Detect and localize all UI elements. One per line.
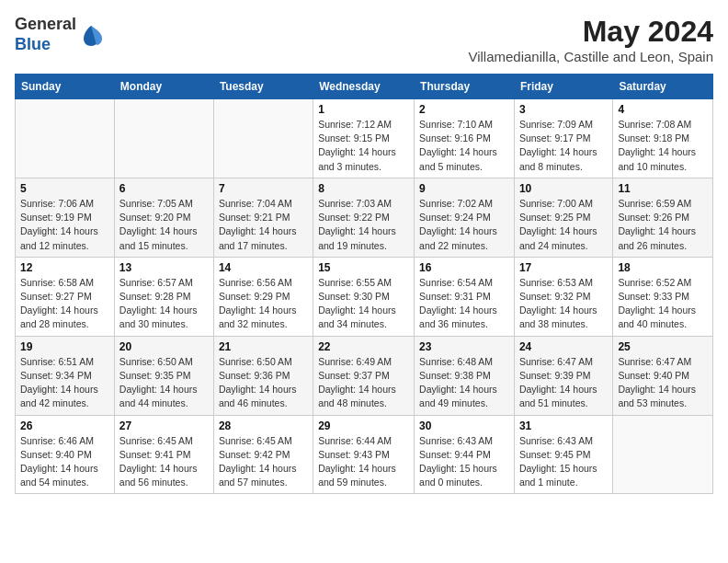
day-number: 18	[618, 261, 708, 274]
day-info: Sunrise: 6:49 AMSunset: 9:37 PMDaylight:…	[318, 355, 409, 411]
calendar-cell: 1Sunrise: 7:12 AMSunset: 9:15 PMDaylight…	[313, 99, 415, 178]
calendar-cell	[16, 99, 115, 178]
calendar-cell: 20Sunrise: 6:50 AMSunset: 9:35 PMDayligh…	[114, 336, 213, 415]
calendar-cell: 4Sunrise: 7:08 AMSunset: 9:18 PMDaylight…	[613, 99, 713, 178]
calendar-cell: 23Sunrise: 6:48 AMSunset: 9:38 PMDayligh…	[415, 336, 515, 415]
calendar-cell	[114, 99, 213, 178]
day-number: 31	[519, 419, 608, 432]
day-number: 9	[419, 182, 509, 195]
calendar-cell: 30Sunrise: 6:43 AMSunset: 9:44 PMDayligh…	[415, 415, 515, 494]
day-number: 24	[519, 340, 608, 353]
calendar-cell: 31Sunrise: 6:43 AMSunset: 9:45 PMDayligh…	[514, 415, 612, 494]
day-info: Sunrise: 7:00 AMSunset: 9:25 PMDaylight:…	[519, 197, 608, 253]
day-number: 17	[519, 261, 608, 274]
day-number: 30	[419, 419, 509, 432]
day-number: 22	[318, 340, 409, 353]
day-number: 8	[318, 182, 409, 195]
calendar-table: SundayMondayTuesdayWednesdayThursdayFrid…	[15, 74, 713, 494]
day-info: Sunrise: 6:45 AMSunset: 9:42 PMDaylight:…	[219, 434, 308, 490]
calendar-cell: 27Sunrise: 6:45 AMSunset: 9:41 PMDayligh…	[114, 415, 213, 494]
day-info: Sunrise: 6:43 AMSunset: 9:44 PMDaylight:…	[419, 434, 509, 490]
day-number: 28	[219, 419, 308, 432]
day-info: Sunrise: 7:09 AMSunset: 9:17 PMDaylight:…	[519, 118, 608, 174]
calendar-cell: 28Sunrise: 6:45 AMSunset: 9:42 PMDayligh…	[213, 415, 313, 494]
day-info: Sunrise: 6:48 AMSunset: 9:38 PMDaylight:…	[419, 355, 509, 411]
day-info: Sunrise: 7:06 AMSunset: 9:19 PMDaylight:…	[20, 197, 109, 253]
calendar-cell: 5Sunrise: 7:06 AMSunset: 9:19 PMDaylight…	[16, 178, 115, 257]
calendar-cell: 13Sunrise: 6:57 AMSunset: 9:28 PMDayligh…	[114, 257, 213, 336]
calendar-week-5: 26Sunrise: 6:46 AMSunset: 9:40 PMDayligh…	[16, 415, 713, 494]
day-info: Sunrise: 6:59 AMSunset: 9:26 PMDaylight:…	[618, 197, 708, 253]
day-number: 6	[119, 182, 209, 195]
day-number: 10	[519, 182, 608, 195]
day-number: 5	[20, 182, 109, 195]
day-number: 12	[20, 261, 109, 274]
day-number: 15	[318, 261, 409, 274]
calendar-cell: 16Sunrise: 6:54 AMSunset: 9:31 PMDayligh…	[415, 257, 515, 336]
day-info: Sunrise: 6:43 AMSunset: 9:45 PMDaylight:…	[519, 434, 608, 490]
location-subtitle: Villamedianilla, Castille and Leon, Spai…	[468, 49, 713, 64]
column-header-sunday: Sunday	[16, 75, 115, 99]
day-info: Sunrise: 6:45 AMSunset: 9:41 PMDaylight:…	[119, 434, 209, 490]
column-header-wednesday: Wednesday	[313, 75, 415, 99]
day-info: Sunrise: 6:50 AMSunset: 9:36 PMDaylight:…	[219, 355, 308, 411]
day-info: Sunrise: 6:47 AMSunset: 9:40 PMDaylight:…	[618, 355, 708, 411]
calendar-body: 1Sunrise: 7:12 AMSunset: 9:15 PMDaylight…	[16, 99, 713, 494]
calendar-cell: 22Sunrise: 6:49 AMSunset: 9:37 PMDayligh…	[313, 336, 415, 415]
calendar-cell: 14Sunrise: 6:56 AMSunset: 9:29 PMDayligh…	[213, 257, 313, 336]
day-number: 2	[419, 103, 509, 116]
day-info: Sunrise: 6:55 AMSunset: 9:30 PMDaylight:…	[318, 276, 409, 332]
logo-icon	[78, 22, 104, 48]
calendar-cell: 21Sunrise: 6:50 AMSunset: 9:36 PMDayligh…	[213, 336, 313, 415]
day-info: Sunrise: 6:53 AMSunset: 9:32 PMDaylight:…	[519, 276, 608, 332]
calendar-cell: 3Sunrise: 7:09 AMSunset: 9:17 PMDaylight…	[514, 99, 612, 178]
day-info: Sunrise: 7:05 AMSunset: 9:20 PMDaylight:…	[119, 197, 209, 253]
day-info: Sunrise: 6:52 AMSunset: 9:33 PMDaylight:…	[618, 276, 708, 332]
calendar-cell: 9Sunrise: 7:02 AMSunset: 9:24 PMDaylight…	[415, 178, 515, 257]
day-info: Sunrise: 7:02 AMSunset: 9:24 PMDaylight:…	[419, 197, 509, 253]
logo: General Blue	[15, 15, 104, 54]
logo-blue-text: Blue	[15, 35, 51, 53]
day-number: 3	[519, 103, 608, 116]
day-info: Sunrise: 7:12 AMSunset: 9:15 PMDaylight:…	[318, 118, 409, 174]
month-year-title: May 2024	[468, 15, 713, 49]
day-info: Sunrise: 7:03 AMSunset: 9:22 PMDaylight:…	[318, 197, 409, 253]
calendar-week-1: 1Sunrise: 7:12 AMSunset: 9:15 PMDaylight…	[16, 99, 713, 178]
day-number: 16	[419, 261, 509, 274]
calendar-cell: 25Sunrise: 6:47 AMSunset: 9:40 PMDayligh…	[613, 336, 713, 415]
calendar-week-3: 12Sunrise: 6:58 AMSunset: 9:27 PMDayligh…	[16, 257, 713, 336]
calendar-cell: 24Sunrise: 6:47 AMSunset: 9:39 PMDayligh…	[514, 336, 612, 415]
calendar-week-4: 19Sunrise: 6:51 AMSunset: 9:34 PMDayligh…	[16, 336, 713, 415]
day-number: 14	[219, 261, 308, 274]
day-info: Sunrise: 6:47 AMSunset: 9:39 PMDaylight:…	[519, 355, 608, 411]
day-info: Sunrise: 7:04 AMSunset: 9:21 PMDaylight:…	[219, 197, 308, 253]
calendar-cell	[613, 415, 713, 494]
day-number: 4	[618, 103, 708, 116]
calendar-cell: 10Sunrise: 7:00 AMSunset: 9:25 PMDayligh…	[514, 178, 612, 257]
day-info: Sunrise: 6:44 AMSunset: 9:43 PMDaylight:…	[318, 434, 409, 490]
column-header-tuesday: Tuesday	[213, 75, 313, 99]
day-info: Sunrise: 6:57 AMSunset: 9:28 PMDaylight:…	[119, 276, 209, 332]
column-header-friday: Friday	[514, 75, 612, 99]
calendar-cell: 19Sunrise: 6:51 AMSunset: 9:34 PMDayligh…	[16, 336, 115, 415]
day-number: 25	[618, 340, 708, 353]
day-number: 20	[119, 340, 209, 353]
title-area: May 2024 Villamedianilla, Castille and L…	[468, 15, 713, 64]
day-number: 13	[119, 261, 209, 274]
calendar-cell: 17Sunrise: 6:53 AMSunset: 9:32 PMDayligh…	[514, 257, 612, 336]
column-header-monday: Monday	[114, 75, 213, 99]
day-info: Sunrise: 6:58 AMSunset: 9:27 PMDaylight:…	[20, 276, 109, 332]
day-number: 27	[119, 419, 209, 432]
day-info: Sunrise: 6:56 AMSunset: 9:29 PMDaylight:…	[219, 276, 308, 332]
calendar-week-2: 5Sunrise: 7:06 AMSunset: 9:19 PMDaylight…	[16, 178, 713, 257]
day-number: 21	[219, 340, 308, 353]
day-number: 19	[20, 340, 109, 353]
calendar-cell: 12Sunrise: 6:58 AMSunset: 9:27 PMDayligh…	[16, 257, 115, 336]
day-number: 11	[618, 182, 708, 195]
calendar-header-row: SundayMondayTuesdayWednesdayThursdayFrid…	[16, 75, 713, 99]
calendar-cell: 15Sunrise: 6:55 AMSunset: 9:30 PMDayligh…	[313, 257, 415, 336]
calendar-cell: 7Sunrise: 7:04 AMSunset: 9:21 PMDaylight…	[213, 178, 313, 257]
page-header: General Blue May 2024 Villamedianilla, C…	[15, 15, 713, 64]
day-number: 23	[419, 340, 509, 353]
day-info: Sunrise: 6:54 AMSunset: 9:31 PMDaylight:…	[419, 276, 509, 332]
